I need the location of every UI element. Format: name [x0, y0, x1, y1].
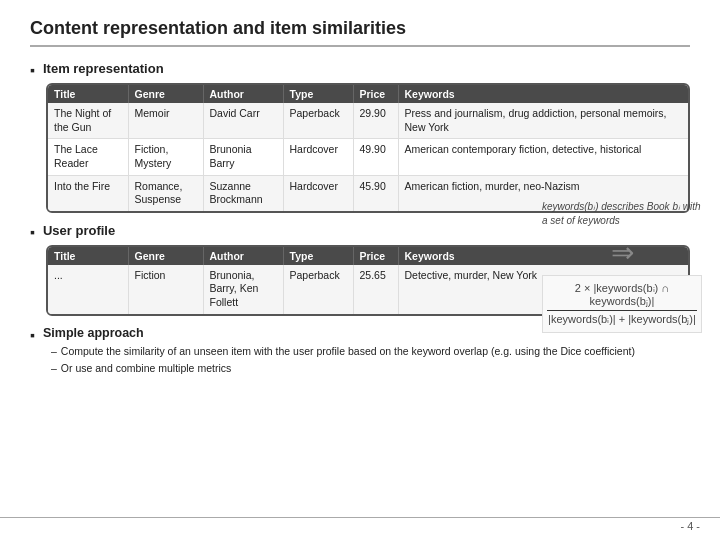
bullet-user: ▪	[30, 224, 35, 240]
approach-list: – Compute the similarity of an unseen it…	[51, 344, 690, 376]
simple-approach-section: ▪ Simple approach – Compute the similari…	[30, 326, 690, 379]
up-th-price: Price	[353, 247, 398, 265]
formula-description: keywords(bᵢ) describes Book bᵢ with a se…	[542, 200, 702, 228]
cell-author-2: Brunonia Barry	[203, 139, 283, 175]
formula-box: keywords(bᵢ) describes Book bᵢ with a se…	[542, 200, 702, 333]
approach-item-1: Compute the similarity of an unseen item…	[61, 344, 635, 359]
cell-title-3: Into the Fire	[48, 175, 128, 211]
up-cell-author: Brunonia, Barry, Ken Follett	[203, 265, 283, 314]
item-table-head: Title Genre Author Type Price Keywords	[48, 85, 688, 103]
page-number: - 4 -	[680, 520, 700, 532]
item-representation-header: Item representation	[43, 61, 164, 76]
th-price: Price	[353, 85, 398, 103]
arrow-icon: ⇒	[542, 236, 702, 269]
bullet-item: ▪	[30, 62, 35, 78]
cell-price-3: 45.90	[353, 175, 398, 211]
cell-author-3: Suzanne Brockmann	[203, 175, 283, 211]
up-th-genre: Genre	[128, 247, 203, 265]
formula-math: 2 × |keywords(bᵢ) ∩ keywords(bⱼ)| |keywo…	[542, 275, 702, 333]
formula-denominator: |keywords(bᵢ)| + |keywords(bⱼ)|	[547, 313, 697, 326]
dash-icon: –	[51, 344, 57, 359]
cell-title-2: The Lace Reader	[48, 139, 128, 175]
item-representation-table-wrapper: Title Genre Author Type Price Keywords T…	[46, 83, 690, 213]
item-representation-section: ▪ Item representation Title Genre Author…	[30, 61, 690, 213]
cell-genre-1: Memoir	[128, 103, 203, 139]
th-title: Title	[48, 85, 128, 103]
table-row: The Night of the Gun Memoir David Carr P…	[48, 103, 688, 139]
cell-price-1: 29.90	[353, 103, 398, 139]
approach-item-2: Or use and combine multiple metrics	[61, 361, 231, 376]
cell-type-1: Paperback	[283, 103, 353, 139]
list-item: – Compute the similarity of an unseen it…	[51, 344, 690, 359]
dash-icon: –	[51, 361, 57, 376]
up-cell-title: ...	[48, 265, 128, 314]
up-th-author: Author	[203, 247, 283, 265]
item-representation-table: Title Genre Author Type Price Keywords T…	[48, 85, 688, 211]
th-author: Author	[203, 85, 283, 103]
th-keywords: Keywords	[398, 85, 688, 103]
list-item: – Or use and combine multiple metrics	[51, 361, 690, 376]
user-profile-header: User profile	[43, 223, 115, 238]
th-genre: Genre	[128, 85, 203, 103]
cell-genre-2: Fiction, Mystery	[128, 139, 203, 175]
cell-type-2: Hardcover	[283, 139, 353, 175]
slide-title: Content representation and item similari…	[30, 18, 690, 47]
up-cell-type: Paperback	[283, 265, 353, 314]
cell-type-3: Hardcover	[283, 175, 353, 211]
up-cell-genre: Fiction	[128, 265, 203, 314]
cell-price-2: 49.90	[353, 139, 398, 175]
formula-numerator: 2 × |keywords(bᵢ) ∩ keywords(bⱼ)|	[547, 282, 697, 311]
cell-genre-3: Romance, Suspense	[128, 175, 203, 211]
section-label-item: ▪ Item representation	[30, 61, 690, 78]
cell-keywords-2: American contemporary fiction, detective…	[398, 139, 688, 175]
item-table-header-row: Title Genre Author Type Price Keywords	[48, 85, 688, 103]
up-th-title: Title	[48, 247, 128, 265]
cell-title-1: The Night of the Gun	[48, 103, 128, 139]
bullet-approach: ▪	[30, 327, 35, 343]
bottom-divider	[0, 517, 720, 518]
slide: Content representation and item similari…	[0, 0, 720, 540]
up-cell-price: 25.65	[353, 265, 398, 314]
item-table-body: The Night of the Gun Memoir David Carr P…	[48, 103, 688, 211]
cell-keywords-1: Press and journalism, drug addiction, pe…	[398, 103, 688, 139]
up-th-type: Type	[283, 247, 353, 265]
cell-author-1: David Carr	[203, 103, 283, 139]
approach-content: Simple approach – Compute the similarity…	[43, 326, 690, 379]
th-type: Type	[283, 85, 353, 103]
table-row: The Lace Reader Fiction, Mystery Brunoni…	[48, 139, 688, 175]
